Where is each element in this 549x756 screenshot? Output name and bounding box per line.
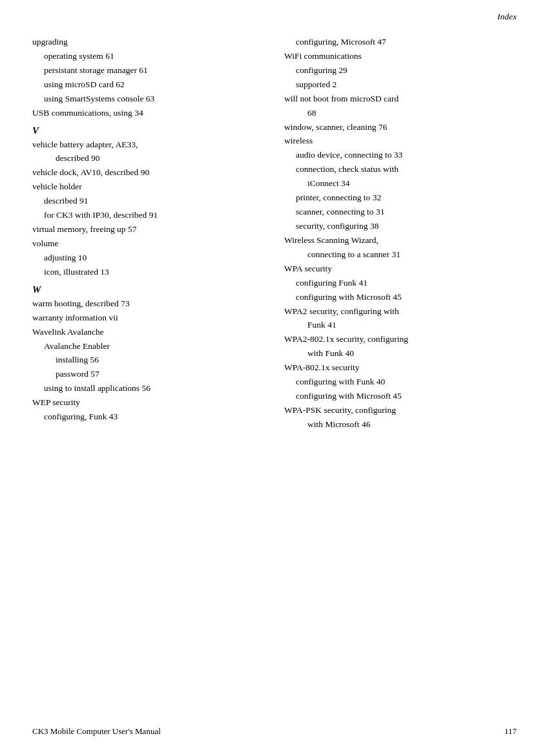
list-item: adjusting 10 bbox=[32, 251, 265, 265]
list-item: USB communications, using 34 bbox=[32, 107, 265, 120]
content-area: upgradingoperating system 61persistant s… bbox=[32, 29, 517, 717]
list-item: configuring with Microsoft 45 bbox=[284, 390, 517, 403]
list-item: WEP security bbox=[32, 396, 265, 410]
list-item: connection, check status with bbox=[284, 163, 517, 176]
footer-right: 117 bbox=[504, 726, 517, 737]
list-item: Wireless Scanning Wizard, bbox=[284, 234, 517, 247]
list-item: printer, connecting to 32 bbox=[284, 191, 517, 205]
page-footer: CK3 Mobile Computer User's Manual 117 bbox=[0, 726, 549, 737]
list-item: wireless bbox=[284, 134, 517, 148]
list-item: vehicle battery adapter, AE33, bbox=[32, 138, 265, 152]
list-item: persistant storage manager 61 bbox=[32, 64, 265, 78]
page-header: Index bbox=[497, 12, 517, 22]
list-item: described 91 bbox=[32, 194, 265, 208]
list-item: window, scanner, cleaning 76 bbox=[284, 121, 517, 134]
list-item: scanner, connecting to 31 bbox=[284, 205, 517, 219]
section-letter: V bbox=[32, 125, 265, 136]
list-item: configuring 29 bbox=[284, 64, 517, 78]
list-item: 68 bbox=[284, 107, 517, 120]
list-item: password 57 bbox=[32, 368, 265, 381]
section-letter: W bbox=[32, 284, 265, 295]
list-item: connecting to a scanner 31 bbox=[284, 248, 517, 262]
list-item: icon, illustrated 13 bbox=[32, 266, 265, 279]
list-item: WPA-PSK security, configuring bbox=[284, 404, 517, 417]
list-item: WiFi communications bbox=[284, 50, 517, 63]
list-item: upgrading bbox=[32, 36, 265, 49]
list-item: WPA2 security, configuring with bbox=[284, 305, 517, 319]
list-item: security, configuring 38 bbox=[284, 220, 517, 233]
list-item: warranty information vii bbox=[32, 311, 265, 325]
list-item: Funk 41 bbox=[284, 319, 517, 332]
list-item: configuring with Funk 40 bbox=[284, 375, 517, 389]
list-item: configuring, Funk 43 bbox=[32, 410, 265, 424]
list-item: configuring with Microsoft 45 bbox=[284, 291, 517, 304]
list-item: WPA security bbox=[284, 262, 517, 276]
list-item: using microSD card 62 bbox=[32, 78, 265, 92]
right-column: configuring, Microsoft 47WiFi communicat… bbox=[284, 29, 517, 717]
list-item: supported 2 bbox=[284, 78, 517, 92]
list-item: operating system 61 bbox=[32, 50, 265, 63]
list-item: for CK3 with IP30, described 91 bbox=[32, 209, 265, 222]
list-item: audio device, connecting to 33 bbox=[284, 149, 517, 162]
list-item: iConnect 34 bbox=[284, 177, 517, 191]
list-item: with Microsoft 46 bbox=[284, 418, 517, 432]
header-title: Index bbox=[497, 12, 517, 21]
list-item: configuring Funk 41 bbox=[284, 277, 517, 290]
list-item: configuring, Microsoft 47 bbox=[284, 36, 517, 49]
list-item: using to install applications 56 bbox=[32, 382, 265, 395]
left-column: upgradingoperating system 61persistant s… bbox=[32, 29, 265, 717]
list-item: vehicle dock, AV10, described 90 bbox=[32, 166, 265, 180]
list-item: using SmartSystems console 63 bbox=[32, 92, 265, 106]
list-item: volume bbox=[32, 237, 265, 251]
list-item: vehicle holder bbox=[32, 180, 265, 194]
list-item: with Funk 40 bbox=[284, 347, 517, 361]
list-item: Avalanche Enabler bbox=[32, 340, 265, 353]
list-item: WPA2-802.1x security, configuring bbox=[284, 333, 517, 346]
list-item: installing 56 bbox=[32, 353, 265, 367]
list-item: warm booting, described 73 bbox=[32, 297, 265, 311]
footer-left: CK3 Mobile Computer User's Manual bbox=[32, 726, 161, 737]
list-item: Wavelink Avalanche bbox=[32, 326, 265, 339]
list-item: will not boot from microSD card bbox=[284, 92, 517, 106]
list-item: WPA-802.1x security bbox=[284, 361, 517, 375]
list-item: virtual memory, freeing up 57 bbox=[32, 223, 265, 236]
list-item: described 90 bbox=[32, 152, 265, 165]
